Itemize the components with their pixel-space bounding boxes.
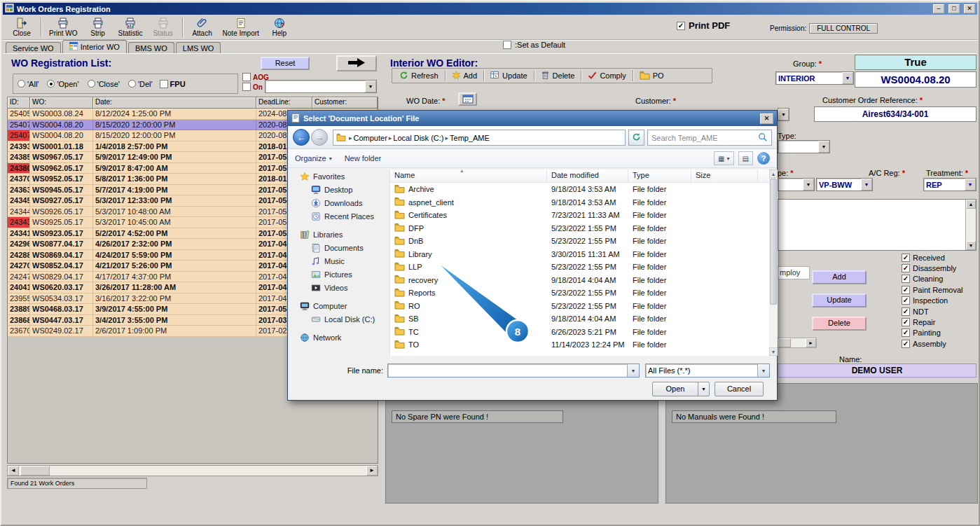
calendar-button[interactable] — [458, 92, 477, 106]
tree-section-favorites[interactable]: Favorites — [289, 169, 389, 183]
help-button[interactable]: ? — [757, 152, 770, 165]
vscroll-track[interactable] — [769, 305, 778, 347]
checkbox-disassembly[interactable]: ✓Disassembly — [902, 263, 956, 272]
column-header-id[interactable]: ID: — [8, 97, 30, 109]
breadcrumb-item-local-disk-c[interactable]: Local Disk (C:) — [393, 134, 443, 142]
organize-button[interactable]: Organize ▾ — [295, 154, 332, 162]
restore-button[interactable]: □ — [948, 4, 960, 13]
column-header-deadline[interactable]: DeadLine: — [256, 97, 312, 109]
search-box[interactable]: Search Temp_AME — [647, 130, 772, 146]
file-row-dnb[interactable]: DnB5/23/2022 1:55 PMFile folder — [390, 235, 769, 248]
file-column-size[interactable]: Size — [691, 169, 758, 182]
tree-item-recent-places[interactable]: Recent Places — [289, 209, 389, 223]
file-row-to[interactable]: TO11/14/2023 12:24 PMFile folder — [390, 338, 769, 352]
file-name-input[interactable]: ▼ — [387, 364, 640, 378]
file-row-dfp[interactable]: DFP5/23/2022 1:55 PMFile folder — [390, 222, 769, 235]
tree-item-videos[interactable]: Videos — [289, 281, 389, 294]
breadcrumb-item-temp-ame[interactable]: Temp_AME — [450, 134, 490, 142]
checkbox-assembly[interactable]: ✓Assembly — [902, 339, 946, 348]
group-dropdown[interactable]: INTERIOR ▼ — [775, 71, 854, 85]
set-as-default-checkbox[interactable]: :Set as Default — [503, 41, 565, 49]
file-row-reports[interactable]: Reports5/23/2022 1:55 PMFile folder — [390, 286, 769, 300]
column-header-date[interactable]: Date: — [93, 97, 256, 109]
minimize-button[interactable]: – — [933, 4, 944, 13]
treatment-dropdown[interactable]: REP ▼ — [923, 178, 976, 191]
refresh-button[interactable] — [628, 130, 644, 146]
scroll-thumb[interactable] — [20, 466, 50, 476]
file-column-date-modified[interactable]: Date modified — [547, 169, 628, 182]
toolbar-button-help[interactable]: ?Help — [263, 15, 296, 39]
file-row-archive[interactable]: Archive9/18/2014 3:53 AMFile folder — [390, 183, 769, 196]
filter-dropdown[interactable]: ▼ — [265, 80, 377, 93]
file-column-type[interactable]: Type — [628, 169, 691, 182]
tree-item-downloads[interactable]: Downloads — [289, 196, 389, 209]
file-type-dropdown[interactable]: All Files (*.*) ▼ — [645, 364, 770, 378]
file-row-sb[interactable]: SB9/18/2014 4:04 AMFile folder — [390, 312, 769, 326]
open-split-arrow[interactable]: ▼ — [698, 382, 709, 396]
editor-button-comply[interactable]: Comply — [583, 69, 630, 82]
toolbar-button-close[interactable]: Close — [6, 15, 38, 39]
scroll-up-button[interactable]: ▲ — [769, 169, 778, 178]
file-row-recovery[interactable]: recovery9/18/2014 4:04 AMFile folder — [390, 274, 769, 287]
fpu-checkbox[interactable]: FPU — [160, 80, 186, 88]
add-button[interactable]: Add — [812, 270, 867, 284]
radio-close[interactable]: 'Close' — [88, 80, 120, 88]
editor-button-add[interactable]: Add — [447, 69, 483, 82]
checkbox-inspection[interactable]: ✓Inspection — [902, 296, 948, 305]
open-button[interactable]: Open ▼ — [652, 382, 710, 396]
vscroll-thumb[interactable] — [770, 179, 777, 305]
checkbox-paint-removal[interactable]: ✓Paint Removal — [902, 285, 963, 294]
comments-textarea[interactable]: ▲ ▼ — [778, 199, 976, 251]
column-header-wo[interactable]: WO: — [30, 97, 93, 109]
checkbox-repair[interactable]: ✓Repair — [902, 317, 935, 326]
scroll-right-button[interactable]: ► — [366, 466, 378, 476]
file-list-vscrollbar[interactable]: ▲ ▼ — [769, 169, 778, 356]
tab-lms-wo[interactable]: LMS WO — [176, 42, 221, 53]
tree-item-documents[interactable]: Documents — [289, 241, 389, 254]
file-column-name[interactable]: Name▴ — [390, 169, 547, 182]
breadcrumb-item-computer[interactable]: Computer — [354, 134, 387, 142]
editor-button-po[interactable]: PO — [635, 69, 669, 82]
checkbox-cleaning[interactable]: ✓Cleaning — [902, 275, 943, 284]
close-window-button[interactable]: ✕ — [964, 4, 975, 13]
print-pdf-checkbox[interactable]: ✓ Print PDF — [677, 20, 730, 31]
dialog-close-button[interactable]: ✕ — [760, 113, 773, 124]
toolbar-button-attach[interactable]: Attach — [186, 15, 219, 39]
tree-section-libraries[interactable]: Libraries — [289, 228, 389, 241]
tree-section-network[interactable]: Network — [289, 331, 389, 344]
wo-table-hscrollbar[interactable]: ◄ ► — [7, 465, 378, 476]
delete-button[interactable]: Delete — [812, 317, 867, 331]
type-dropdown[interactable]: ▼ — [778, 140, 830, 153]
radio-all[interactable]: 'All' — [18, 80, 39, 88]
new-folder-button[interactable]: New folder — [345, 154, 382, 162]
tree-item-desktop[interactable]: Desktop — [289, 183, 389, 196]
editor-button-refresh[interactable]: Refresh — [394, 69, 443, 82]
editor-button-update[interactable]: Update — [485, 69, 532, 82]
file-row-aspnet-client[interactable]: aspnet_client9/18/2014 3:53 AMFile folde… — [390, 196, 769, 209]
back-button[interactable]: ← — [293, 129, 310, 146]
go-arrow-button[interactable] — [336, 55, 377, 71]
scroll-thumb[interactable] — [778, 338, 791, 347]
file-row-ro[interactable]: RO5/23/2022 1:55 PMFile folder — [390, 300, 769, 313]
file-row-library[interactable]: Library3/30/2015 11:31 AMFile folder — [390, 248, 769, 261]
tree-section-computer[interactable]: Computer — [289, 299, 389, 312]
tree-item-music[interactable]: Music — [289, 254, 389, 268]
preview-pane-button[interactable]: ▤ — [738, 151, 753, 165]
employee-list-hscrollbar[interactable]: ► — [778, 338, 817, 348]
tab-service-wo[interactable]: Service WO — [6, 42, 61, 53]
scroll-down-button[interactable]: ▼ — [769, 347, 778, 356]
file-row-tc[interactable]: TC6/26/2023 5:21 PMFile folder — [390, 326, 769, 339]
scroll-left-button[interactable]: ◄ — [8, 466, 19, 476]
radio-del[interactable]: 'Del' — [128, 80, 153, 88]
checkbox-painting[interactable]: ✓Painting — [902, 328, 941, 338]
ac-reg-dropdown[interactable]: VP-BWW ▼ — [816, 178, 873, 191]
comments-vscrollbar[interactable]: ▲ ▼ — [965, 200, 976, 250]
checkbox-received[interactable]: ✓Received — [902, 253, 945, 262]
tab-bms-wo[interactable]: BMS WO — [128, 42, 174, 53]
forward-button[interactable]: → — [311, 129, 328, 146]
scroll-right-button[interactable]: ► — [806, 338, 816, 347]
tree-item-pictures[interactable]: Pictures — [289, 268, 389, 281]
toolbar-button-statistic[interactable]: Statistic — [114, 15, 147, 39]
ac-type-dropdown[interactable]: ▼ — [778, 178, 815, 191]
editor-button-delete[interactable]: Delete — [536, 69, 580, 82]
